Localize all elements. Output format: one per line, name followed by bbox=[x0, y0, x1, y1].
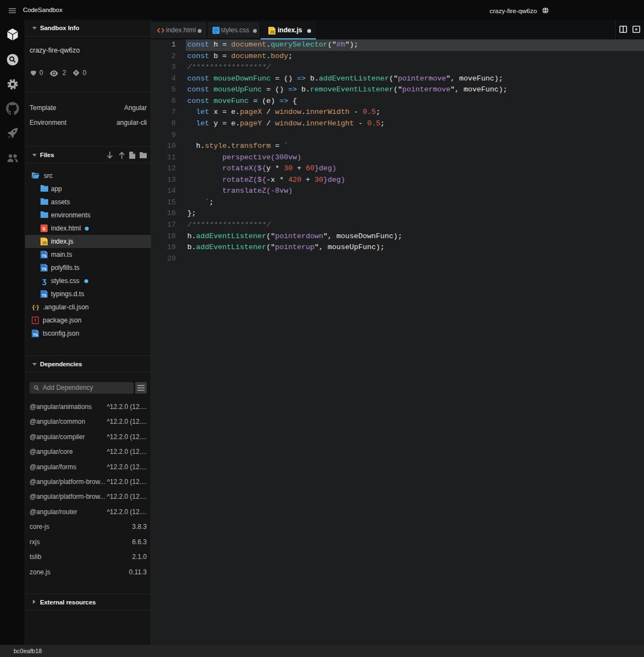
svg-text:5: 5 bbox=[43, 226, 46, 232]
svg-text:TS: TS bbox=[42, 267, 47, 271]
svg-text:ʒ: ʒ bbox=[42, 276, 47, 285]
svg-text:TS: TS bbox=[33, 333, 38, 337]
svg-text:JS: JS bbox=[270, 30, 275, 34]
svg-text:JS: JS bbox=[42, 241, 47, 245]
svg-text:TS: TS bbox=[42, 293, 47, 297]
svg-text:TS: TS bbox=[42, 254, 47, 258]
svg-text:{·}: {·} bbox=[32, 304, 39, 310]
